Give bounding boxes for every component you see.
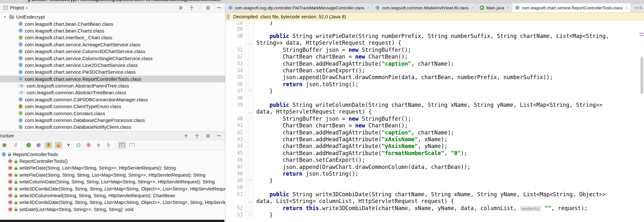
line-number[interactable]: 51: [225, 191, 245, 197]
structure-method-item[interactable]: mwrite3DCombiDate(String, String, String…: [0, 185, 225, 192]
collapse-all-icon[interactable]: ▾▴: [189, 5, 194, 11]
line-number[interactable]: 31: [225, 47, 245, 53]
close-icon[interactable]: ×: [507, 5, 509, 10]
line-number[interactable]: 33: [225, 61, 245, 67]
project-tree-item[interactable]: ccom.leagsoft.chart.bean.ChartBean.class: [0, 20, 225, 27]
line-number[interactable]: 49: [225, 178, 245, 183]
hidden-tabs-dropdown[interactable]: ▾≡6: [632, 3, 644, 12]
fold-marker-down[interactable]: ⌄: [245, 108, 254, 115]
show-anonymous-button[interactable]: [74, 142, 82, 149]
project-tree-item[interactable]: (c)com.leagsoft.common.AbstractTreeBean.…: [0, 89, 225, 96]
scrollbar-thumb[interactable]: [640, 57, 643, 94]
show-lambdas-button[interactable]: λ: [84, 142, 92, 149]
code-editor[interactable]: 28⌃ }2930 public String writePieDate(Str…: [225, 21, 644, 222]
project-tree-item[interactable]: ccom.leagsoft.common.DatabaseNotifyClien…: [0, 124, 225, 130]
sort-alpha-button[interactable]: ↓az: [11, 142, 19, 149]
project-panel-title[interactable]: Project ▾: [10, 5, 28, 10]
project-tree-root[interactable]: ▼UniExdecrypt: [0, 14, 225, 20]
line-number[interactable]: 39: [225, 102, 245, 108]
editor-tab[interactable]: ▶Main.java×: [477, 3, 512, 12]
editor-tab[interactable]: ccom.leagsoft.chart.service.ReportContro…: [512, 3, 631, 12]
project-tree-item[interactable]: ccom.leagsoft.chart.service.Line2DChartS…: [0, 62, 225, 69]
line-number[interactable]: 41: [225, 123, 245, 128]
fold-marker-up[interactable]: ⌃: [245, 177, 254, 184]
close-icon[interactable]: ×: [625, 5, 628, 10]
structure-method-item[interactable]: mwritePieDate(String, String, String, Li…: [0, 171, 225, 178]
structure-method-item[interactable]: mReportControllerTools(): [0, 158, 225, 164]
line-number[interactable]: 38: [225, 95, 245, 101]
line-number[interactable]: 29: [225, 26, 245, 32]
expand-all-icon[interactable]: ▴▾: [183, 133, 189, 139]
collapse-all-tree-button[interactable]: ▾▴: [104, 142, 112, 149]
line-number[interactable]: 35: [225, 74, 245, 80]
fold-marker-down[interactable]: ⌄: [245, 198, 254, 205]
project-tree-item[interactable]: ccom.leagsoft.chart.service.ReportContro…: [0, 76, 225, 82]
line-number[interactable]: 47: [225, 164, 245, 170]
line-number[interactable]: 36: [225, 81, 245, 87]
project-tree-item[interactable]: Ecom.leagsoft.common.ClientTypeEnum.clas…: [0, 103, 225, 110]
structure-method-item[interactable]: mwrite3DCombiDate(String, String, String…: [0, 199, 225, 206]
editor-tab[interactable]: ccom.leagsoft.nxg.dlp.controller.FileTra…: [225, 3, 373, 12]
fold-marker-up[interactable]: ⌃: [245, 88, 254, 95]
editor-scrollbar[interactable]: [639, 21, 644, 222]
structure-method-item[interactable]: mwrite3DColumnHead(String, String, Strin…: [0, 192, 225, 199]
line-number[interactable]: 48: [225, 171, 245, 177]
editor-tab[interactable]: ccom.leagsoft.common.ModelAndViewUtil.cl…: [373, 3, 477, 12]
line-number[interactable]: 53: [225, 212, 245, 218]
sort-visibility-button[interactable]: [1, 142, 9, 149]
show-inherited-button[interactable]: ↑: [24, 142, 33, 149]
line-number[interactable]: 43: [225, 136, 245, 142]
line-number[interactable]: 42: [225, 130, 245, 135]
inspection-mark[interactable]: [639, 33, 644, 34]
code-line: 33 chartBean.addHeadTagAttribute("captio…: [225, 60, 644, 67]
breadcrumb[interactable]: g-decode / UniExdecrypt / com.leagsoft.n…: [0, 0, 644, 3]
structure-root[interactable]: CReportControllerTools: [0, 151, 225, 158]
fold-marker-up[interactable]: ⌃: [245, 22, 254, 26]
project-tree-item[interactable]: ccom.leagsoft.common.C3P0DBConnectionMan…: [0, 96, 225, 103]
collapse-all-icon[interactable]: ▾▴: [194, 133, 200, 139]
show-properties-button[interactable]: p: [34, 142, 43, 149]
project-tree-item[interactable]: ccom.leagsoft.chart.service.AcreageChart…: [0, 41, 225, 48]
line-number[interactable]: 30: [225, 33, 245, 39]
project-tree-item[interactable]: ccom.leagsoft.chart.service.ColumnSingle…: [0, 55, 225, 61]
structure-method-item[interactable]: mwritePieDate(String, List<Map<String, S…: [0, 165, 225, 171]
autoscroll-from-source-button[interactable]: ↓: [128, 142, 136, 149]
line-number[interactable]: 37: [225, 88, 245, 94]
inspection-mark[interactable]: [639, 35, 644, 36]
gear-icon[interactable]: ⚙: [205, 133, 211, 139]
project-tree-item[interactable]: Icom.leagsoft.common.Constant.class: [0, 110, 225, 116]
project-tree-item[interactable]: ccom.leagsoft.common.DatabaseChangeProce…: [0, 117, 225, 124]
line-number[interactable]: 40: [225, 116, 245, 122]
show-tree-button[interactable]: Y: [64, 142, 72, 149]
gear-icon[interactable]: ⚙: [205, 5, 211, 11]
hide-icon[interactable]: [216, 5, 222, 11]
expand-all-tree-button[interactable]: ▴▾: [94, 142, 102, 149]
close-icon[interactable]: ×: [471, 5, 474, 10]
line-number[interactable]: 50: [225, 185, 245, 190]
structure-method-item[interactable]: mwriteColumnDate(String, String, String,…: [0, 179, 225, 185]
line-number[interactable]: 52: [225, 205, 245, 211]
line-number[interactable]: 34: [225, 68, 245, 73]
project-tree-item[interactable]: ccom.leagsoft.chart.service.Pie3DChartSe…: [0, 69, 225, 75]
show-non-public-button[interactable]: [54, 142, 62, 149]
project-tree-item[interactable]: Icom.leagsoft.chart.interface_.Chart.cla…: [0, 34, 225, 41]
project-tree-item[interactable]: ccom.leagsoft.chart.bean.Charts.class: [0, 27, 225, 34]
line-number[interactable]: 46: [225, 157, 245, 163]
hide-icon[interactable]: [216, 133, 222, 139]
locate-icon[interactable]: ⊕: [178, 5, 184, 11]
autoscroll-to-source-button[interactable]: ↑: [118, 142, 126, 149]
fold-marker-up[interactable]: ⌃: [245, 212, 254, 218]
tree-item-label: com.leagsoft.common.AbstractParentTree.c…: [26, 83, 129, 88]
close-icon[interactable]: ×: [367, 5, 370, 10]
line-number[interactable]: 32: [225, 54, 245, 60]
class-icon: C: [2, 152, 6, 157]
fold-marker-down[interactable]: ⌄: [245, 40, 254, 46]
line-number[interactable]: 44: [225, 143, 245, 149]
project-tree-item[interactable]: ccom.leagsoft.chart.service.Column3DChar…: [0, 48, 225, 55]
line-number[interactable]: 28: [225, 22, 245, 26]
expand-arrow-icon[interactable]: ▼: [4, 15, 7, 19]
structure-method-item[interactable]: msetDate(List<Map<String, String>>, Stri…: [0, 206, 225, 213]
line-number[interactable]: 45: [225, 150, 245, 156]
show-fields-button[interactable]: f: [44, 142, 52, 149]
project-tree-item[interactable]: (c)com.leagsoft.common.AbstractParentTre…: [0, 82, 225, 89]
